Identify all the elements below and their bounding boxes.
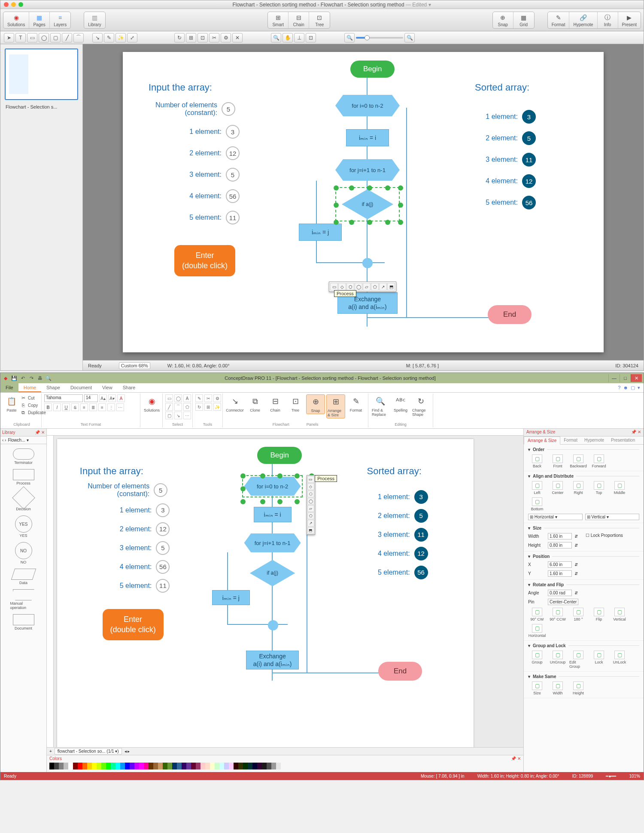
present-button[interactable]: ▶Present — [618, 12, 641, 28]
horizontal-button[interactable]: ▢Horizontal — [528, 624, 546, 638]
swatch[interactable] — [262, 763, 267, 769]
layers-button[interactable]: ≡Layers — [50, 12, 70, 28]
swatch[interactable] — [267, 763, 271, 769]
swatch[interactable] — [234, 763, 238, 769]
swatch[interactable] — [130, 763, 134, 769]
swatch[interactable] — [97, 763, 101, 769]
more-shape[interactable]: ⋯ — [183, 412, 191, 419]
flow-for-j[interactable]: for j=i+1 to n-1 — [244, 533, 301, 552]
flip-button[interactable]: ▢Flip — [590, 608, 608, 621]
width-input[interactable]: 1.60 in — [548, 533, 572, 539]
swatch[interactable] — [215, 763, 219, 769]
tool-4[interactable]: ↻ — [195, 403, 203, 411]
size-button[interactable]: ▢Size — [528, 682, 546, 695]
flow-connector[interactable] — [268, 620, 278, 630]
dropper-tool[interactable]: ⤢ — [127, 33, 137, 42]
paste-button[interactable]: 📋Paste — [5, 394, 18, 413]
chain-button[interactable]: ⊟Chain — [289, 12, 309, 28]
input-row[interactable]: 4 element:56 — [157, 189, 240, 203]
misc-tool-1[interactable]: ⚙ — [221, 33, 231, 42]
fontsize-combo[interactable]: 14 — [84, 394, 98, 402]
edit-tool[interactable]: ✂ — [209, 33, 219, 42]
strike-button[interactable]: S̶ — [71, 403, 79, 411]
swatch[interactable] — [196, 763, 200, 769]
input-row[interactable]: 3 element:5 — [87, 541, 170, 555]
vertical-button[interactable]: ▢Vertical — [611, 608, 629, 621]
swatch[interactable] — [219, 763, 224, 769]
lock-button[interactable]: ▢Lock — [590, 651, 608, 669]
swatch[interactable] — [120, 763, 125, 769]
swatch[interactable] — [252, 763, 257, 769]
back-button[interactable]: ▢Back — [528, 454, 546, 468]
input-row[interactable]: 3 element:5 — [157, 168, 240, 182]
collapse-ribbon-icon[interactable]: ▢ — [631, 385, 635, 391]
enter-button[interactable]: Enter(double click) — [174, 245, 235, 276]
font-color[interactable]: A — [117, 394, 125, 402]
swatch[interactable] — [64, 763, 68, 769]
qat-print[interactable]: 🖶 — [36, 375, 43, 382]
lock-proportions-checkbox[interactable]: ☐ Lock Proportions — [586, 533, 623, 539]
flow-imin-i[interactable]: iₘᵢₙ = i — [254, 507, 292, 522]
backward-button[interactable]: ▢Backward — [569, 454, 587, 468]
pin-combo[interactable]: Center-Center — [548, 599, 578, 605]
inc-font[interactable]: A▴ — [99, 394, 107, 402]
flow-connector[interactable] — [362, 258, 373, 268]
tool-3[interactable]: ⚙ — [213, 394, 221, 402]
colors-pin-icon[interactable]: 📌 ✕ — [511, 756, 521, 761]
flow-line[interactable] — [316, 181, 317, 262]
arc-shape[interactable]: ⌒ — [174, 403, 182, 411]
swatch[interactable] — [248, 763, 252, 769]
pointer-tool[interactable]: ➤ — [4, 33, 14, 42]
swatch[interactable] — [59, 763, 64, 769]
ungroup-button[interactable]: ▢UnGroup — [549, 651, 567, 669]
solutions-button[interactable]: ◉Solutions — [143, 394, 161, 413]
minimize-button[interactable]: — — [608, 374, 620, 382]
tree-button[interactable]: ⊡Tree — [309, 12, 330, 28]
input-row[interactable]: 5 element:11 — [87, 579, 170, 593]
flow-line[interactable] — [406, 108, 407, 318]
input-row[interactable]: 2 element:12 — [157, 146, 240, 160]
library-button[interactable]: ▥Library — [84, 12, 105, 28]
text-shape[interactable]: A — [183, 394, 191, 402]
maximize-button[interactable]: □ — [620, 374, 631, 382]
flow-end[interactable]: End — [378, 662, 422, 681]
swatch[interactable] — [82, 763, 87, 769]
input-row[interactable]: 1 element:3 — [87, 503, 170, 517]
tree-button[interactable]: ⊡Tree — [286, 394, 305, 413]
swatch[interactable] — [153, 763, 158, 769]
flow-line[interactable] — [272, 672, 393, 673]
swatch[interactable] — [224, 763, 229, 769]
swatch[interactable] — [243, 763, 248, 769]
drawing-canvas[interactable]: Input the array:Sorted array:Number of e… — [57, 439, 474, 747]
hand-tool[interactable]: ✋ — [283, 33, 293, 42]
flow-line[interactable] — [367, 317, 504, 318]
qat-undo[interactable]: ↶ — [19, 375, 26, 382]
chain-button[interactable]: ⊟Chain — [266, 394, 285, 413]
qat-save[interactable]: 💾 — [11, 375, 18, 382]
stamp-tool[interactable]: ⊥ — [294, 33, 304, 42]
swatch[interactable] — [54, 763, 59, 769]
flow-begin[interactable]: Begin — [257, 447, 301, 464]
arrange-size-button[interactable]: ⊞Arrange & Size — [326, 394, 345, 418]
lib-shape-yes[interactable]: YESYES — [9, 514, 39, 539]
swatch[interactable] — [92, 763, 97, 769]
bottom-button[interactable]: ▢Bottom — [528, 497, 546, 511]
format-tab[interactable]: Format — [560, 436, 581, 444]
line-tool[interactable]: ╱ — [62, 33, 72, 42]
flow-imin-j[interactable]: iₘᵢₙ = j — [212, 590, 250, 605]
swatch[interactable] — [149, 763, 153, 769]
input-row[interactable]: 1 element:3 — [157, 125, 240, 139]
flow-begin[interactable]: Begin — [350, 61, 395, 78]
grid-button[interactable]: ▦Grid — [513, 12, 534, 28]
input-row[interactable]: 4 element:56 — [87, 560, 170, 574]
zoom-combo[interactable]: Custom 68% — [119, 362, 150, 369]
dec-font[interactable]: A▾ — [108, 394, 116, 402]
close-icon[interactable] — [4, 2, 9, 7]
flow-for-j[interactable]: for j=i+1 to n-1 — [335, 159, 400, 181]
flow-exchange[interactable]: Exchangea(i) and a(iₘᵢₙ) — [246, 651, 299, 669]
misc-tool-2[interactable]: ✕ — [232, 33, 243, 42]
snap-button[interactable]: ⊕Snap — [493, 12, 513, 28]
swatch[interactable] — [172, 763, 177, 769]
swatch[interactable] — [271, 763, 276, 769]
middle-button[interactable]: ▢Middle — [611, 481, 629, 495]
